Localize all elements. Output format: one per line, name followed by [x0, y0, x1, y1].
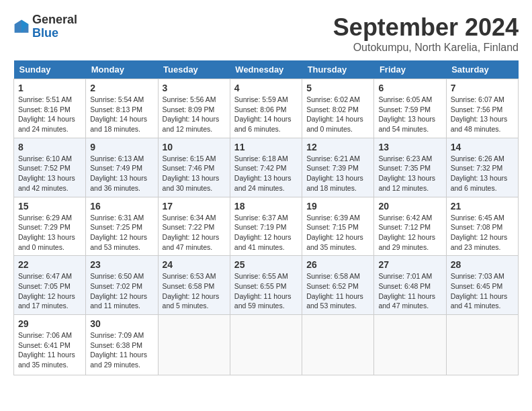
day-number: 11: [234, 142, 298, 152]
calendar-cell: 20Sunrise: 6:42 AM Sunset: 7:12 PM Dayli…: [374, 197, 446, 256]
day-info: Sunrise: 6:37 AM Sunset: 7:19 PM Dayligh…: [234, 213, 298, 253]
header-day-saturday: Saturday: [446, 60, 518, 79]
calendar-cell: 28Sunrise: 7:03 AM Sunset: 6:45 PM Dayli…: [446, 256, 518, 315]
calendar-cell: [302, 315, 374, 375]
calendar-cell: 18Sunrise: 6:37 AM Sunset: 7:19 PM Dayli…: [230, 197, 302, 256]
day-number: 18: [234, 201, 298, 212]
header-day-monday: Monday: [86, 60, 158, 79]
day-number: 26: [306, 259, 369, 270]
day-info: Sunrise: 5:51 AM Sunset: 8:16 PM Dayligh…: [18, 95, 81, 134]
day-info: Sunrise: 6:58 AM Sunset: 6:52 PM Dayligh…: [306, 271, 369, 311]
calendar-cell: 11Sunrise: 6:18 AM Sunset: 7:42 PM Dayli…: [230, 138, 302, 197]
calendar-cell: 25Sunrise: 6:55 AM Sunset: 6:55 PM Dayli…: [230, 256, 302, 315]
day-info: Sunrise: 6:13 AM Sunset: 7:49 PM Dayligh…: [90, 154, 153, 193]
day-number: 22: [18, 259, 81, 270]
calendar-subtitle: Outokumpu, North Karelia, Finland: [333, 42, 519, 54]
day-info: Sunrise: 6:31 AM Sunset: 7:25 PM Dayligh…: [90, 213, 153, 253]
day-info: Sunrise: 6:34 AM Sunset: 7:22 PM Dayligh…: [163, 213, 226, 253]
day-info: Sunrise: 6:10 AM Sunset: 7:52 PM Dayligh…: [18, 154, 81, 193]
day-info: Sunrise: 6:23 AM Sunset: 7:35 PM Dayligh…: [378, 154, 441, 193]
day-number: 19: [306, 201, 369, 212]
calendar-cell: 24Sunrise: 6:53 AM Sunset: 6:58 PM Dayli…: [158, 256, 230, 315]
day-info: Sunrise: 6:15 AM Sunset: 7:46 PM Dayligh…: [163, 154, 226, 193]
day-number: 3: [163, 83, 226, 93]
header-day-friday: Friday: [374, 60, 446, 79]
day-info: Sunrise: 6:42 AM Sunset: 7:12 PM Dayligh…: [378, 213, 441, 253]
calendar-cell: [446, 315, 518, 375]
day-info: Sunrise: 5:56 AM Sunset: 8:09 PM Dayligh…: [163, 95, 226, 134]
calendar-cell: 21Sunrise: 6:45 AM Sunset: 7:08 PM Dayli…: [446, 197, 518, 256]
calendar-cell: 7Sunrise: 6:07 AM Sunset: 7:56 PM Daylig…: [446, 79, 518, 138]
calendar-cell: 16Sunrise: 6:31 AM Sunset: 7:25 PM Dayli…: [86, 197, 158, 256]
logo: General Blue: [13, 13, 77, 40]
day-info: Sunrise: 6:39 AM Sunset: 7:15 PM Dayligh…: [306, 213, 369, 253]
day-number: 2: [90, 83, 153, 93]
day-number: 15: [18, 201, 81, 212]
calendar-cell: 3Sunrise: 5:56 AM Sunset: 8:09 PM Daylig…: [158, 79, 230, 138]
day-number: 7: [451, 83, 514, 93]
header-day-tuesday: Tuesday: [158, 60, 230, 79]
day-number: 8: [18, 142, 81, 152]
day-number: 17: [163, 201, 226, 212]
day-number: 27: [378, 259, 441, 270]
calendar-cell: 4Sunrise: 5:59 AM Sunset: 8:06 PM Daylig…: [230, 79, 302, 138]
calendar-title: September 2024: [333, 13, 519, 42]
calendar-cell: 13Sunrise: 6:23 AM Sunset: 7:35 PM Dayli…: [374, 138, 446, 197]
day-number: 1: [18, 83, 81, 93]
day-info: Sunrise: 6:21 AM Sunset: 7:39 PM Dayligh…: [306, 154, 369, 193]
day-number: 14: [451, 142, 514, 152]
day-info: Sunrise: 7:09 AM Sunset: 6:38 PM Dayligh…: [90, 330, 153, 370]
logo-blue: Blue: [32, 26, 58, 40]
calendar-cell: 29Sunrise: 7:06 AM Sunset: 6:41 PM Dayli…: [14, 315, 86, 375]
day-info: Sunrise: 6:29 AM Sunset: 7:29 PM Dayligh…: [18, 213, 81, 253]
day-info: Sunrise: 6:26 AM Sunset: 7:32 PM Dayligh…: [451, 154, 514, 193]
day-number: 21: [451, 201, 514, 212]
day-info: Sunrise: 7:03 AM Sunset: 6:45 PM Dayligh…: [451, 271, 514, 311]
day-number: 20: [378, 201, 441, 212]
calendar-cell: 26Sunrise: 6:58 AM Sunset: 6:52 PM Dayli…: [302, 256, 374, 315]
calendar-cell: 8Sunrise: 6:10 AM Sunset: 7:52 PM Daylig…: [14, 138, 86, 197]
day-info: Sunrise: 6:18 AM Sunset: 7:42 PM Dayligh…: [234, 154, 298, 193]
day-number: 29: [18, 318, 81, 329]
calendar-cell: 5Sunrise: 6:02 AM Sunset: 8:02 PM Daylig…: [302, 79, 374, 138]
calendar-cell: 17Sunrise: 6:34 AM Sunset: 7:22 PM Dayli…: [158, 197, 230, 256]
header-day-wednesday: Wednesday: [230, 60, 302, 79]
calendar-cell: 19Sunrise: 6:39 AM Sunset: 7:15 PM Dayli…: [302, 197, 374, 256]
calendar-cell: 1Sunrise: 5:51 AM Sunset: 8:16 PM Daylig…: [14, 79, 86, 138]
calendar-cell: [158, 315, 230, 375]
calendar-cell: 6Sunrise: 6:05 AM Sunset: 7:59 PM Daylig…: [374, 79, 446, 138]
day-number: 6: [378, 83, 441, 93]
calendar-cell: 15Sunrise: 6:29 AM Sunset: 7:29 PM Dayli…: [14, 197, 86, 256]
calendar-cell: 23Sunrise: 6:50 AM Sunset: 7:02 PM Dayli…: [86, 256, 158, 315]
title-section: September 2024 Outokumpu, North Karelia,…: [333, 13, 519, 54]
day-info: Sunrise: 5:59 AM Sunset: 8:06 PM Dayligh…: [234, 95, 298, 134]
day-number: 4: [234, 83, 298, 93]
day-info: Sunrise: 6:45 AM Sunset: 7:08 PM Dayligh…: [451, 213, 514, 253]
day-info: Sunrise: 6:55 AM Sunset: 6:55 PM Dayligh…: [234, 271, 298, 311]
day-number: 13: [378, 142, 441, 152]
day-number: 16: [90, 201, 153, 212]
day-number: 24: [163, 259, 226, 270]
calendar-cell: 14Sunrise: 6:26 AM Sunset: 7:32 PM Dayli…: [446, 138, 518, 197]
day-info: Sunrise: 6:05 AM Sunset: 7:59 PM Dayligh…: [378, 95, 441, 134]
day-info: Sunrise: 7:06 AM Sunset: 6:41 PM Dayligh…: [18, 330, 81, 370]
page-header: General Blue September 2024 Outokumpu, N…: [13, 13, 519, 54]
day-info: Sunrise: 7:01 AM Sunset: 6:48 PM Dayligh…: [378, 271, 441, 311]
calendar-cell: 10Sunrise: 6:15 AM Sunset: 7:46 PM Dayli…: [158, 138, 230, 197]
day-number: 28: [451, 259, 514, 270]
day-number: 23: [90, 259, 153, 270]
day-info: Sunrise: 6:47 AM Sunset: 7:05 PM Dayligh…: [18, 271, 81, 311]
day-info: Sunrise: 6:50 AM Sunset: 7:02 PM Dayligh…: [90, 271, 153, 311]
calendar-cell: 30Sunrise: 7:09 AM Sunset: 6:38 PM Dayli…: [86, 315, 158, 375]
logo-general: General: [32, 13, 77, 26]
logo-icon: [13, 19, 30, 35]
calendar-cell: 22Sunrise: 6:47 AM Sunset: 7:05 PM Dayli…: [14, 256, 86, 315]
calendar-cell: 12Sunrise: 6:21 AM Sunset: 7:39 PM Dayli…: [302, 138, 374, 197]
day-number: 12: [306, 142, 369, 152]
calendar-cell: 27Sunrise: 7:01 AM Sunset: 6:48 PM Dayli…: [374, 256, 446, 315]
day-number: 30: [90, 318, 153, 329]
day-info: Sunrise: 5:54 AM Sunset: 8:13 PM Dayligh…: [90, 95, 153, 134]
day-number: 5: [306, 83, 369, 93]
logo-text: General Blue: [32, 13, 77, 40]
calendar-header: SundayMondayTuesdayWednesdayThursdayFrid…: [14, 60, 519, 79]
